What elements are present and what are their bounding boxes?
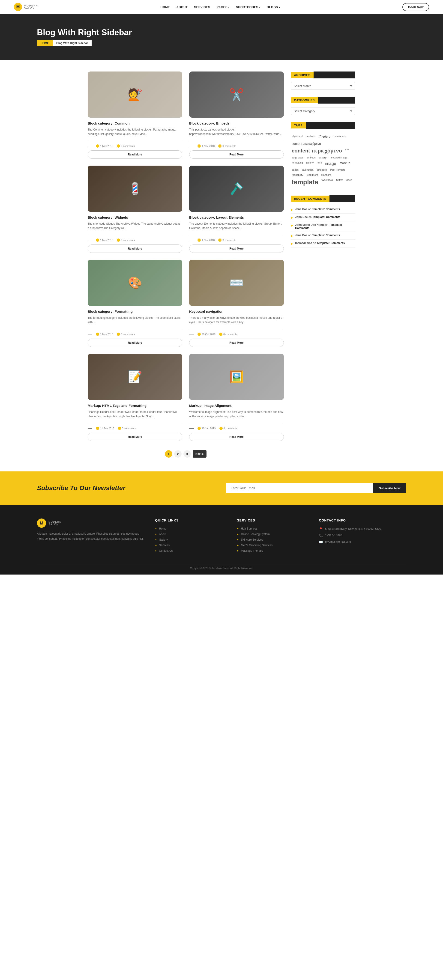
page-2-button[interactable]: 2	[174, 450, 182, 458]
tag-post-formats[interactable]: Post Formats	[329, 168, 346, 172]
hero-section: Blog With Right Sidebar HOME Blog With R…	[0, 14, 443, 60]
contact-phone: 📞 1234 567 890	[319, 532, 406, 539]
comment-icon	[117, 145, 120, 148]
service-item-0[interactable]: Hair Services	[241, 527, 257, 530]
card-comments-8: 0 comments	[220, 427, 237, 430]
card-date-4: 1 Nov 2018	[198, 239, 215, 242]
tag-excerpt[interactable]: excerpt	[318, 156, 328, 159]
tag-tweetdeck[interactable]: tweetdeck	[320, 178, 334, 186]
hero-title: Blog With Right Sidebar	[37, 28, 406, 37]
date-icon	[96, 427, 99, 430]
comment-link-4[interactable]: Template: Comments	[317, 242, 345, 245]
card-image-2: ✂️	[189, 72, 284, 118]
comment-text-0: Jane Doe on Template: Comments	[295, 208, 340, 211]
tag-featured-image[interactable]: featured image	[330, 156, 348, 159]
nav-blogs[interactable]: BLOGS	[267, 5, 280, 9]
card-meta-8: 10 Jan 2013 0 comments	[189, 424, 284, 430]
page-1-button[interactable]: 1	[165, 450, 172, 458]
card-title-2: Block category: Embeds	[189, 121, 284, 125]
quick-link-item-4[interactable]: Contact Us	[159, 549, 172, 552]
quick-link-item-3[interactable]: Services	[159, 544, 170, 547]
comment-link-1[interactable]: Template: Comments	[312, 215, 340, 219]
categories-select[interactable]: Select Category Common Embeds Widgets La…	[291, 107, 355, 115]
tag-content-περιεχόμενο[interactable]: content περιεχόμενο	[291, 147, 343, 154]
book-now-button[interactable]: Book Now	[402, 3, 429, 11]
tag-content-περιεχόμενο[interactable]: content περιεχόμενο	[291, 142, 322, 146]
email-input[interactable]	[226, 483, 373, 493]
blog-card-7: 📝 Markup: HTML Tags and Formatting Headi…	[88, 354, 182, 441]
quick-link-4: Contact Us	[155, 548, 228, 554]
card-title-5: Block category: Formatting	[88, 310, 182, 313]
card-meta-2: 1 Nov 2018 0 comments	[189, 142, 284, 148]
service-item-4[interactable]: Massage Therapy	[241, 549, 263, 552]
read-more-5[interactable]: Read More	[88, 339, 182, 347]
nav-links: HOME ABOUT SERVICES PAGES SHORTCODES BLO…	[161, 5, 280, 9]
page-3-button[interactable]: 3	[183, 450, 191, 458]
breadcrumb-home[interactable]: HOME	[37, 40, 53, 46]
nav-pages[interactable]: PAGES	[217, 5, 229, 9]
service-item-2[interactable]: Skincare Services	[241, 538, 263, 541]
card-image-3: 💈	[88, 165, 182, 212]
read-more-2[interactable]: Read More	[189, 150, 284, 159]
tag-css[interactable]: css	[344, 147, 350, 154]
page-next-button[interactable]: Next »	[193, 450, 207, 458]
tag-pingback[interactable]: pingback	[316, 168, 328, 172]
nav-services[interactable]: SERVICES	[194, 5, 210, 9]
archives-select[interactable]: Select Month November 2018 October 2018 …	[291, 82, 355, 90]
card-comments-1: 0 comments	[117, 145, 135, 148]
subscribe-button[interactable]: Subscribe Now	[373, 483, 406, 493]
phone-icon: 📞	[319, 534, 323, 538]
tag-gallery[interactable]: gallery	[305, 161, 314, 167]
comment-text-4: themedemos on Template: Comments	[295, 242, 345, 245]
quick-link-item-0[interactable]: Home	[159, 527, 166, 530]
tag-markup[interactable]: markup	[338, 161, 351, 167]
tag-video[interactable]: video	[345, 178, 353, 186]
comment-text-1: John Doe on Template: Comments	[295, 215, 340, 219]
tag-standard[interactable]: standard	[320, 173, 332, 177]
card-title-3: Block category: Widgets	[88, 215, 182, 220]
comments-list: ▶ Jane Doe on Template: Comments ▶ John …	[291, 206, 355, 248]
recent-comments-widget: RECENT COMMENTS ▶ Jane Doe on Template: …	[291, 195, 355, 248]
read-more-7[interactable]: Read More	[88, 433, 182, 441]
tag-codex[interactable]: Codex	[318, 134, 331, 140]
tag-pages[interactable]: pages	[291, 168, 300, 172]
tag-edge-case[interactable]: edge case	[291, 156, 304, 159]
nav-shortcodes[interactable]: SHORTCODES	[236, 5, 260, 9]
read-more-1[interactable]: Read More	[88, 150, 182, 159]
read-more-3[interactable]: Read More	[88, 245, 182, 253]
service-item-1[interactable]: Online Booking System	[241, 533, 270, 536]
tag-twitter[interactable]: twitter	[335, 178, 344, 186]
read-more-8[interactable]: Read More	[189, 433, 284, 441]
read-more-4[interactable]: Read More	[189, 245, 284, 253]
comment-link-3[interactable]: Template: Comments	[312, 234, 340, 237]
tag-alignment[interactable]: alignment	[291, 134, 304, 140]
tag-pagination[interactable]: pagination	[301, 168, 314, 172]
tag-html[interactable]: html	[316, 161, 323, 167]
tag-captions[interactable]: captions	[305, 134, 316, 140]
tag-formatting[interactable]: formatting	[291, 161, 304, 167]
tag-embeds[interactable]: embeds	[306, 156, 317, 159]
service-0: Hair Services	[237, 526, 310, 531]
read-more-6[interactable]: Read More	[189, 339, 284, 347]
tag-readability[interactable]: readability	[291, 173, 304, 177]
tag-template[interactable]: template	[291, 178, 319, 186]
card-image-1: 💇	[88, 72, 182, 118]
quick-link-item-2[interactable]: Gallery	[159, 538, 168, 541]
card-title-6: Keyboard navigation	[189, 310, 284, 313]
quick-link-item-1[interactable]: About	[159, 533, 166, 536]
logo[interactable]: M MODERN SALON	[14, 3, 38, 11]
tag-read-more[interactable]: read more	[306, 173, 319, 177]
newsletter-form: Subscribe Now	[226, 483, 406, 493]
tag-comments[interactable]: comments	[333, 134, 347, 140]
services-list: Hair ServicesOnline Booking SystemSkinca…	[237, 526, 310, 554]
comment-arrow: ▶	[291, 223, 293, 227]
card-title-8: Markup: Image Alignment.	[189, 404, 284, 407]
tag-image[interactable]: image	[324, 161, 337, 167]
nav-home[interactable]: HOME	[161, 5, 170, 9]
service-item-3[interactable]: Men's Grooming Services	[241, 544, 272, 547]
nav-about[interactable]: ABOUT	[177, 5, 188, 9]
comment-link-0[interactable]: Template: Comments	[312, 208, 340, 211]
blog-card-2: ✂️ Block category: Embeds This post test…	[189, 72, 284, 159]
archives-widget: ARCHIVES Select Month November 2018 Octo…	[291, 72, 355, 90]
footer: M MODERN SALON Aliquam malesuada dolor a…	[0, 504, 443, 574]
